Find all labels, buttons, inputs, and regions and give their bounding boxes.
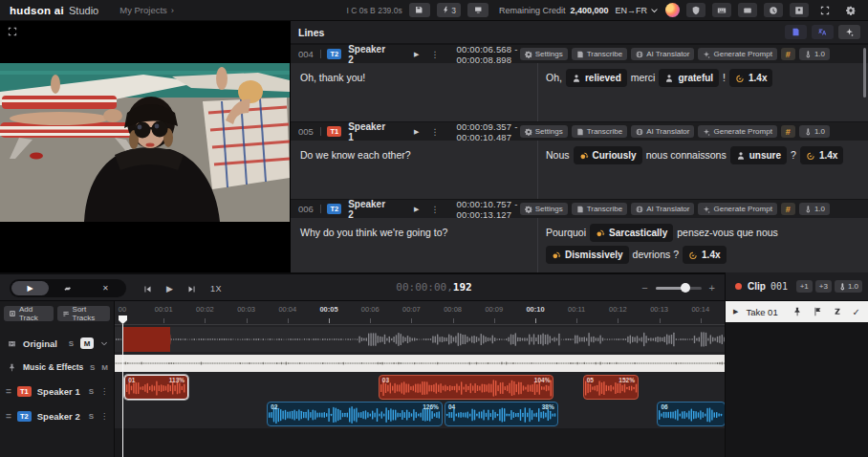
lines-scrollbar[interactable] [863,48,866,98]
loop-mode-button[interactable] [49,281,86,295]
settings-button[interactable] [841,3,860,17]
transcribe-button[interactable]: Transcribe [572,125,628,138]
ai-translator-button[interactable]: AI Translator [631,125,694,138]
transcribe-button[interactable]: Transcribe [572,48,628,60]
target-word[interactable]: nous connaissons [646,146,727,164]
playhead-handle[interactable] [119,316,127,324]
target-word[interactable]: ? [791,146,796,164]
batch-transcribe-button[interactable] [785,25,807,39]
source-text[interactable]: Oh, thank you! [291,63,538,121]
style-tag[interactable]: Dismissively [546,246,629,264]
check-icon[interactable]: ✓ [853,307,860,317]
solo-button[interactable]: S [69,339,74,348]
line-menu-button[interactable]: ⋮ [430,205,439,214]
emotion-tag[interactable]: unsure [730,146,787,164]
solo-button[interactable]: S [89,387,94,396]
hash-button[interactable]: # [781,125,795,138]
add-track-button[interactable]: Add Track [4,306,54,321]
generate-prompt-button[interactable]: Generate Prompt [698,48,776,60]
screen-button[interactable] [738,3,757,17]
line-play-button[interactable]: ▶ [414,51,419,58]
batch-prompt-button[interactable] [838,25,860,39]
timeline-ruler[interactable]: 0000:0100:0200:0300:0400:0500:0600:0700:… [115,301,725,325]
profile-button[interactable] [790,3,809,17]
transcribe-button[interactable]: Transcribe [572,203,628,215]
line-play-button[interactable]: ▶ [414,128,419,136]
generate-prompt-button[interactable]: Generate Prompt [698,203,776,215]
chevron-down-icon[interactable] [100,339,108,347]
target-word[interactable]: merci [631,69,656,87]
audio-clip-06[interactable]: 06 [657,402,725,426]
zoom-slider[interactable] [656,287,702,290]
lane-music-effects[interactable] [115,355,725,372]
flag-icon[interactable] [813,307,822,317]
lane-original[interactable] [115,327,725,352]
history-button[interactable] [764,3,783,17]
track-row-music-effects[interactable]: Music & Effects S M [0,357,114,378]
zoom-in-button[interactable]: + [709,282,715,294]
source-text[interactable]: Why do you think we're going to? [291,218,538,272]
timeline[interactable]: 0000:0100:0200:0300:0400:0500:0600:0700:… [115,301,725,457]
play-mode-button[interactable]: ▶ [11,281,49,295]
line-menu-button[interactable]: ⋮ [430,50,439,59]
ai-translator-button[interactable]: AI Translator [631,48,694,60]
target-text[interactable]: NousCuriouslynous connaissonsunsure?1.4x [538,141,868,199]
take-expand-icon[interactable]: ▶ [733,308,738,316]
regenerate-icon[interactable] [833,307,842,317]
style-tag[interactable]: Sarcastically [590,224,673,242]
pitch-button[interactable]: 1.0 [799,48,830,60]
track-menu-button[interactable]: ⋮ [100,387,108,396]
target-word[interactable]: devrions ? [633,246,679,264]
pitch-badge[interactable]: 1.0 [835,280,862,293]
speed-tag[interactable]: 1.4x [800,146,843,164]
take-row[interactable]: ▶ Take 01 ✓ [726,301,868,322]
boost-button[interactable]: 3 [437,3,461,17]
solo-button[interactable]: S [89,412,94,421]
playback-rate[interactable]: 1X [210,284,222,294]
stop-mode-button[interactable]: ✕ [87,281,124,295]
breadcrumb[interactable]: My Projects › [119,5,174,15]
settings-button[interactable]: Settings [520,125,568,138]
audio-clip-03[interactable]: 03104% [379,375,554,400]
target-word[interactable]: Oh, [546,69,562,87]
pitch-button[interactable]: 1.0 [799,203,830,215]
mute-button[interactable]: M [101,363,108,372]
pitch-button[interactable]: 1.0 [799,125,830,138]
zoom-slider-knob[interactable] [681,283,690,293]
track-row-original[interactable]: Original S M [0,332,114,355]
style-tag[interactable]: Curiously [574,146,642,164]
generate-prompt-button[interactable]: Generate Prompt [698,125,776,138]
line-menu-button[interactable]: ⋮ [430,127,439,137]
audio-clip-01[interactable]: 01113% [124,375,188,400]
display-button[interactable] [467,3,488,17]
audio-clip-04[interactable]: 0438% [445,402,558,426]
mute-button[interactable]: M [80,337,94,349]
emotion-tag[interactable]: relieved [566,69,627,87]
drag-handle-icon[interactable]: = [6,411,17,422]
speed-tag[interactable]: 1.4x [729,69,772,87]
save-button[interactable] [409,3,430,17]
lane-speaker1[interactable]: 01113%03104%05152% [115,375,725,400]
zoom-out-button[interactable]: − [641,282,647,294]
skip-start-button[interactable] [143,285,152,294]
video-expand-icon[interactable] [8,27,17,36]
target-word[interactable]: ! [723,69,726,87]
settings-button[interactable]: Settings [520,203,568,215]
video-frame[interactable] [0,63,290,222]
target-word[interactable]: Pourquoi [546,224,586,242]
sort-tracks-button[interactable]: Sort Tracks [57,306,110,321]
target-text[interactable]: Oh,relievedmercigrateful!1.4x [538,63,868,121]
audio-clip-02[interactable]: 02126% [267,402,443,426]
ai-translator-button[interactable]: AI Translator [631,203,694,215]
hash-button[interactable]: # [781,203,795,215]
batch-translate-button[interactable] [812,25,834,39]
language-selector[interactable]: EN→FR [616,6,660,15]
drag-handle-icon[interactable]: = [6,386,17,397]
settings-button[interactable]: Settings [520,48,568,60]
solo-button[interactable]: S [90,363,95,372]
plus3-badge[interactable]: +3 [815,280,832,293]
target-word[interactable]: Nous [546,146,570,164]
line-play-button[interactable]: ▶ [414,206,419,213]
fullscreen-button[interactable] [815,3,835,17]
avatar[interactable] [665,3,680,17]
